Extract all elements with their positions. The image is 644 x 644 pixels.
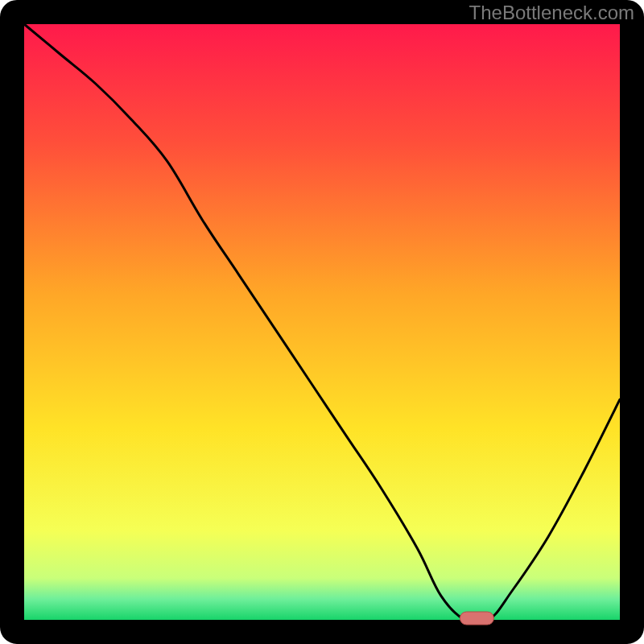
chart-container: TheBottleneck.com [0, 0, 644, 644]
chart-svg [0, 0, 644, 644]
watermark-text: TheBottleneck.com [469, 2, 634, 24]
optimal-marker [460, 612, 493, 625]
plot-background [24, 24, 620, 620]
